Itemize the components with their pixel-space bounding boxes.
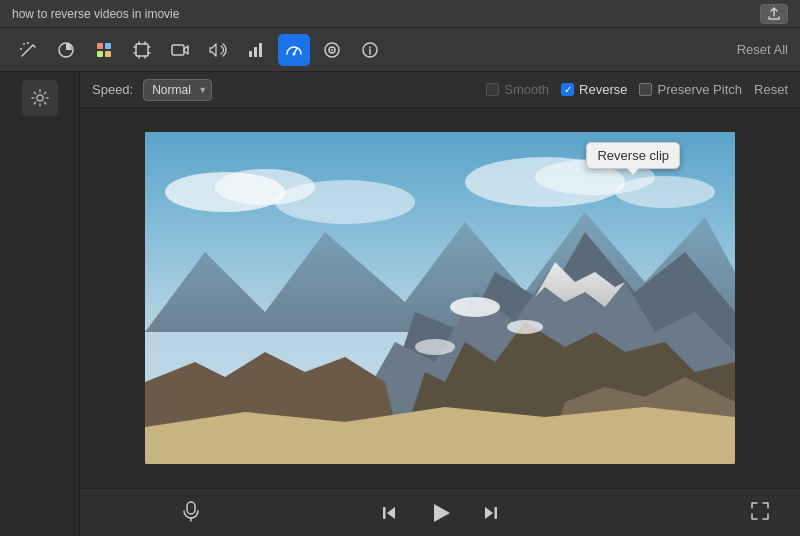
- speed-icon[interactable]: [278, 34, 310, 66]
- crop-icon[interactable]: [126, 34, 158, 66]
- speed-reset-button[interactable]: Reset: [754, 82, 788, 97]
- speed-select[interactable]: Slow Normal Fast Freeze: [143, 79, 212, 101]
- svg-rect-6: [97, 51, 103, 57]
- color-board-icon[interactable]: [88, 34, 120, 66]
- speed-label: Speed:: [92, 82, 133, 97]
- share-button[interactable]: [760, 4, 788, 24]
- speed-controls-row: Speed: Slow Normal Fast Freeze Smooth ✓: [80, 72, 800, 108]
- reverse-option[interactable]: ✓ Reverse: [561, 82, 627, 97]
- svg-rect-9: [172, 45, 184, 55]
- svg-point-16: [331, 49, 333, 51]
- share-icon: [767, 7, 781, 21]
- window-title: how to reverse videos in imovie: [12, 7, 179, 21]
- svg-rect-10: [249, 51, 252, 57]
- reverse-clip-tooltip: Reverse clip: [586, 142, 680, 169]
- svg-point-35: [507, 320, 543, 334]
- video-wrapper: Reverse clip: [145, 132, 735, 464]
- svg-rect-11: [254, 47, 257, 57]
- speed-options: Smooth ✓ Reverse Preserve Pitch Reset: [486, 82, 788, 97]
- reverse-label: Reverse: [579, 82, 627, 97]
- preserve-pitch-label: Preserve Pitch: [657, 82, 742, 97]
- speed-select-wrapper: Slow Normal Fast Freeze: [143, 79, 212, 101]
- svg-rect-7: [105, 51, 111, 57]
- video-frame: [145, 132, 735, 464]
- preserve-pitch-option[interactable]: Preserve Pitch: [639, 82, 742, 97]
- svg-rect-5: [105, 43, 111, 49]
- svg-point-34: [450, 297, 500, 317]
- svg-rect-37: [187, 502, 195, 514]
- svg-point-1: [20, 48, 22, 50]
- svg-rect-4: [97, 43, 103, 49]
- volume-icon[interactable]: [202, 34, 234, 66]
- gear-button[interactable]: [22, 80, 58, 116]
- sidebar: [0, 72, 80, 536]
- content-area: Speed: Slow Normal Fast Freeze Smooth ✓: [80, 72, 800, 536]
- fullscreen-button[interactable]: [750, 501, 770, 525]
- video-content-svg: [145, 132, 735, 464]
- previous-frame-button[interactable]: [379, 503, 399, 523]
- play-button[interactable]: [427, 500, 453, 526]
- magic-wand-icon[interactable]: [12, 34, 44, 66]
- svg-point-2: [27, 42, 29, 44]
- svg-point-0: [23, 43, 25, 45]
- reset-all-button[interactable]: Reset All: [737, 42, 788, 57]
- info-icon[interactable]: [354, 34, 386, 66]
- svg-rect-39: [383, 507, 386, 519]
- reverse-checkbox[interactable]: ✓: [561, 83, 574, 96]
- svg-rect-40: [495, 507, 498, 519]
- playback-bar: [80, 488, 800, 536]
- next-frame-button[interactable]: [481, 503, 501, 523]
- microphone-button[interactable]: [180, 500, 202, 526]
- svg-point-22: [275, 180, 415, 224]
- smooth-option[interactable]: Smooth: [486, 82, 549, 97]
- tooltip-text: Reverse clip: [597, 148, 669, 163]
- video-container: Reverse clip: [80, 108, 800, 488]
- equalizer-icon[interactable]: [240, 34, 272, 66]
- filter-icon[interactable]: [316, 34, 348, 66]
- svg-marker-33: [145, 407, 735, 464]
- color-wheel-icon[interactable]: [50, 34, 82, 66]
- preserve-pitch-checkbox[interactable]: [639, 83, 652, 96]
- smooth-checkbox[interactable]: [486, 83, 499, 96]
- svg-point-18: [37, 95, 43, 101]
- svg-point-36: [415, 339, 455, 355]
- smooth-label: Smooth: [504, 82, 549, 97]
- video-overlay-icon[interactable]: [164, 34, 196, 66]
- svg-rect-12: [259, 43, 262, 57]
- svg-rect-8: [136, 44, 148, 56]
- title-bar: how to reverse videos in imovie: [0, 0, 800, 28]
- svg-point-25: [615, 176, 715, 208]
- toolbar: Reset All: [0, 28, 800, 72]
- svg-point-13: [293, 52, 296, 55]
- main-area: Speed: Slow Normal Fast Freeze Smooth ✓: [0, 72, 800, 536]
